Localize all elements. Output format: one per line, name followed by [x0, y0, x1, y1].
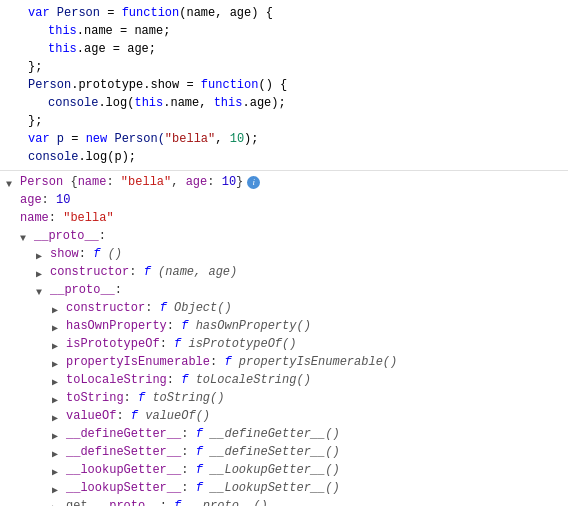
code-section: var Person = function(name, age) { this.… — [0, 0, 568, 171]
tree-to-locale-string[interactable]: ▶toLocaleString: f toLocaleString() — [0, 371, 568, 389]
tree-get-proto[interactable]: ▶get __proto__: f __proto__() — [0, 497, 568, 506]
code-line: }; — [0, 58, 568, 76]
expand-icon[interactable]: ▶ — [52, 392, 64, 404]
tree-is-prototype-of[interactable]: ▶isPrototypeOf: f isPrototypeOf() — [0, 335, 568, 353]
tree-constructor-object[interactable]: ▶constructor: f Object() — [0, 299, 568, 317]
code-line: console.log(this.name, this.age); — [0, 94, 568, 112]
tree-show[interactable]: ▶show: f () — [0, 245, 568, 263]
tree-define-getter[interactable]: ▶__defineGetter__: f __defineGetter__() — [0, 425, 568, 443]
code-line: Person.prototype.show = function() { — [0, 76, 568, 94]
expand-icon[interactable]: ▶ — [52, 302, 64, 314]
code-line: var p = new Person("bella", 10); — [0, 130, 568, 148]
collapse-icon[interactable]: ▼ — [6, 176, 18, 188]
expand-icon[interactable]: ▶ — [52, 374, 64, 386]
tree-define-setter[interactable]: ▶__defineSetter__: f __defineSetter__() — [0, 443, 568, 461]
object-tree: ▼Person {name: "bella", age: 10}i age: 1… — [0, 171, 568, 506]
tree-to-string[interactable]: ▶toString: f toString() — [0, 389, 568, 407]
tree-prop-age: age: 10 — [0, 191, 568, 209]
expand-icon[interactable]: ▶ — [52, 482, 64, 494]
info-icon[interactable]: i — [247, 176, 260, 189]
expand-icon[interactable]: ▶ — [52, 428, 64, 440]
identifier: Person — [57, 4, 100, 22]
tree-lookup-getter[interactable]: ▶__lookupGetter__: f __LookupGetter__() — [0, 461, 568, 479]
tree-lookup-setter[interactable]: ▶__lookupSetter__: f __LookupSetter__() — [0, 479, 568, 497]
tree-root[interactable]: ▼Person {name: "bella", age: 10}i — [0, 173, 568, 191]
code-line: var Person = function(name, age) { — [0, 4, 568, 22]
collapse-icon[interactable]: ▼ — [36, 284, 48, 296]
expand-icon[interactable]: ▶ — [52, 464, 64, 476]
collapse-icon[interactable]: ▼ — [20, 230, 32, 242]
tree-value-of[interactable]: ▶valueOf: f valueOf() — [0, 407, 568, 425]
code-line: this.name = name; — [0, 22, 568, 40]
code-line: }; — [0, 112, 568, 130]
expand-icon[interactable]: ▶ — [52, 356, 64, 368]
tree-property-is-enumerable[interactable]: ▶propertyIsEnumerable: f propertyIsEnume… — [0, 353, 568, 371]
code-line: console.log(p); — [0, 148, 568, 166]
expand-icon[interactable]: ▶ — [52, 338, 64, 350]
tree-proto-2[interactable]: ▼__proto__: — [0, 281, 568, 299]
expand-icon[interactable]: ▶ — [52, 446, 64, 458]
keyword: var — [28, 4, 57, 22]
expand-icon[interactable]: ▶ — [36, 266, 48, 278]
expand-icon[interactable]: ▶ — [36, 248, 48, 260]
expand-icon[interactable]: ▶ — [52, 410, 64, 422]
tree-has-own-property[interactable]: ▶hasOwnProperty: f hasOwnProperty() — [0, 317, 568, 335]
tree-prop-name: name: "bella" — [0, 209, 568, 227]
tree-constructor-1[interactable]: ▶constructor: f (name, age) — [0, 263, 568, 281]
tree-proto-1[interactable]: ▼__proto__: — [0, 227, 568, 245]
code-line: this.age = age; — [0, 40, 568, 58]
expand-icon[interactable]: ▶ — [52, 500, 64, 506]
expand-icon[interactable]: ▶ — [52, 320, 64, 332]
